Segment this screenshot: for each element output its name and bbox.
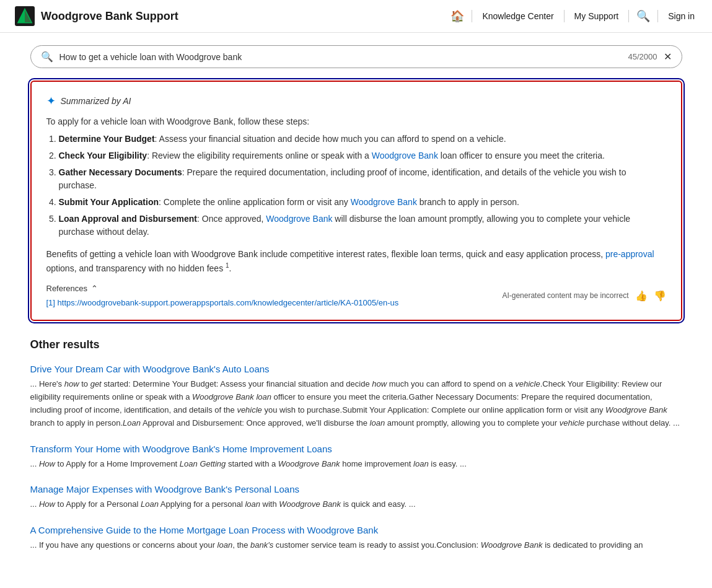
result-item-1: Drive Your Dream Car with Woodgrove Bank… [30, 364, 682, 429]
reference-number: [1] [46, 298, 55, 307]
nav-divider-2 [564, 10, 565, 22]
result-snippet-2: ... How to Apply for a Home Improvement … [30, 458, 682, 471]
reference-link-1[interactable]: [1] https://woodgrovebank-support.powera… [46, 298, 399, 307]
result-snippet-1: ... Here's how to get started: Determine… [30, 378, 682, 429]
ai-step-1-bold: Determine Your Budget [59, 134, 155, 144]
ai-summary-header: ✦ Summarized by AI [46, 94, 666, 108]
knowledge-center-link[interactable]: Knowledge Center [480, 11, 556, 21]
main-content: 🔍 45/2000 ✕ ✦ Summarized by AI To apply … [15, 33, 697, 578]
references-section: References ⌃ [1] https://woodgrovebank-s… [46, 284, 399, 307]
result-item-4: A Comprehensive Guide to the Home Mortga… [30, 525, 682, 552]
ai-sparkle-icon: ✦ [46, 94, 56, 108]
result-item-2: Transform Your Home with Woodgrove Bank'… [30, 444, 682, 471]
nav-divider-1 [472, 10, 472, 22]
ai-steps-list: Determine Your Budget: Assess your finan… [59, 133, 666, 239]
search-clear-button[interactable]: ✕ [664, 51, 672, 63]
ai-step-4: Submit Your Application: Complete the on… [59, 196, 666, 209]
ai-step-5: Loan Approval and Disbursement: Once app… [59, 213, 666, 239]
ai-label: Summarized by AI [61, 96, 131, 106]
search-input[interactable] [59, 52, 628, 62]
result-link-3[interactable]: Manage Major Expenses with Woodgrove Ban… [30, 484, 682, 494]
other-results-title: Other results [30, 338, 682, 351]
search-char-count: 45/2000 [628, 52, 657, 61]
woodgrove-logo-icon [15, 6, 35, 26]
result-snippet-4: ... If you have any questions or concern… [30, 539, 682, 552]
home-icon[interactable]: 🏠 [450, 9, 464, 23]
reference-url: https://woodgrovebank-support.powerappsp… [58, 298, 399, 307]
thumbs-down-icon[interactable]: 👎 [654, 290, 666, 302]
ai-footer: References ⌃ [1] https://woodgrovebank-s… [46, 284, 666, 307]
result-item-3: Manage Major Expenses with Woodgrove Ban… [30, 484, 682, 511]
result-snippet-3: ... How to Apply for a Personal Loan App… [30, 498, 682, 511]
ai-summary-box: ✦ Summarized by AI To apply for a vehicl… [30, 81, 682, 321]
ai-footnote: 1 [226, 262, 229, 269]
search-bar-icon: 🔍 [41, 51, 53, 63]
ai-feedback-area: AI-generated content may be incorrect 👍 … [502, 290, 666, 302]
other-results-section: Other results Drive Your Dream Car with … [30, 338, 682, 552]
ai-step-2: Check Your Eligibility: Review the eligi… [59, 149, 666, 162]
sign-in-link[interactable]: Sign in [666, 11, 697, 21]
references-list: [1] https://woodgrovebank-support.powera… [46, 298, 399, 307]
main-nav: 🏠 Knowledge Center My Support 🔍 Sign in [450, 9, 697, 23]
ai-intro-text: To apply for a vehicle loan with Woodgro… [46, 116, 666, 126]
result-link-4[interactable]: A Comprehensive Guide to the Home Mortga… [30, 525, 682, 535]
my-support-link[interactable]: My Support [572, 11, 622, 21]
logo-area: Woodgrove Bank Support [15, 6, 450, 26]
references-chevron-icon: ⌃ [91, 284, 98, 293]
ai-pre-approval-link: pre-approval [605, 249, 654, 259]
nav-divider-4 [657, 10, 658, 22]
thumbs-up-icon[interactable]: 👍 [635, 290, 648, 302]
ai-step-1: Determine Your Budget: Assess your finan… [59, 133, 666, 146]
ai-step-3-bold: Gather Necessary Documents [59, 167, 182, 177]
ai-step-2-link: Woodgrove Bank [372, 151, 438, 160]
references-toggle[interactable]: References ⌃ [46, 284, 399, 293]
ai-step-5-link: Woodgrove Bank [266, 214, 332, 224]
references-label: References [46, 284, 87, 293]
ai-disclaimer-text: AI-generated content may be incorrect [502, 291, 628, 300]
search-icon[interactable]: 🔍 [636, 9, 650, 23]
ai-step-2-bold: Check Your Eligibility [59, 151, 147, 160]
result-link-1[interactable]: Drive Your Dream Car with Woodgrove Bank… [30, 364, 682, 374]
search-bar: 🔍 45/2000 ✕ [30, 45, 682, 68]
ai-step-4-bold: Submit Your Application [59, 197, 159, 207]
ai-step-3: Gather Necessary Documents: Prepare the … [59, 166, 666, 192]
header: Woodgrove Bank Support 🏠 Knowledge Cente… [0, 0, 712, 33]
result-link-2[interactable]: Transform Your Home with Woodgrove Bank'… [30, 444, 682, 454]
nav-divider-3 [628, 10, 629, 22]
ai-step-4-link: Woodgrove Bank [351, 197, 417, 207]
site-title: Woodgrove Bank Support [41, 10, 178, 23]
ai-step-5-bold: Loan Approval and Disbursement [59, 214, 198, 224]
ai-benefits-text: Benefits of getting a vehicle loan with … [46, 247, 666, 275]
